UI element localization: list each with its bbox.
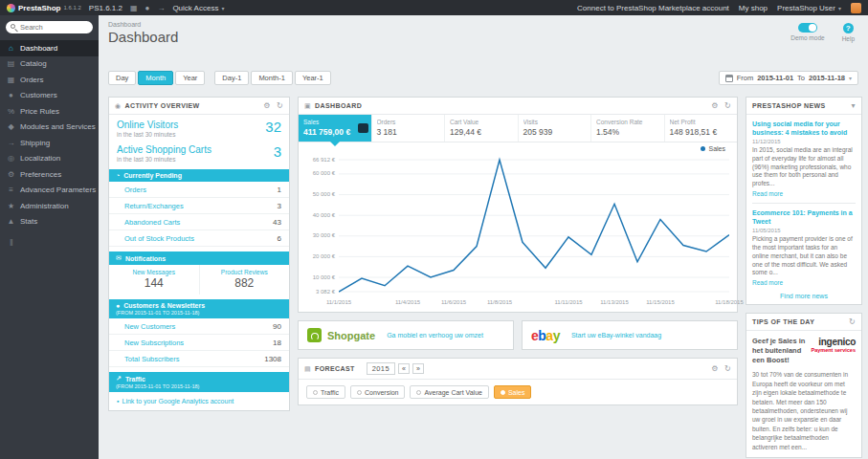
tips-text: 30 tot 70% van de consumenten in Europa …	[752, 370, 856, 451]
legend-label: Sales	[508, 389, 525, 396]
settings-icon[interactable]: ⚙	[711, 101, 719, 110]
metric-orders[interactable]: Orders 3 181	[372, 115, 446, 142]
metric-label: Conversion Rate	[596, 119, 659, 125]
pending-row[interactable]: Abandoned Carts43	[109, 214, 289, 230]
shopgate-promo[interactable]: Shopgate Ga mobiel en verhoog uw omzet	[298, 320, 514, 350]
settings-icon[interactable]: ⚙	[263, 101, 271, 110]
refresh-icon[interactable]: ↻	[724, 101, 731, 110]
date-range-picker[interactable]: From 2015-11-01 To 2015-11-18 ▾	[719, 71, 858, 85]
quick-access-menu[interactable]: Quick Access ▾	[172, 4, 224, 12]
my-shop-link[interactable]: My shop	[739, 4, 768, 12]
help-icon[interactable]: ?	[843, 23, 854, 33]
metric-net-profit[interactable]: Net Profit 148 918,51 €	[665, 115, 738, 142]
read-more-link[interactable]: Read more	[752, 279, 783, 286]
refresh-icon[interactable]: ↻	[724, 364, 731, 373]
localization-icon: ◎	[7, 154, 15, 163]
delivery-quick-icon[interactable]: →	[157, 4, 165, 12]
search-input[interactable]	[6, 21, 93, 33]
find-more-news-link[interactable]: Find more news	[752, 293, 856, 299]
sidebar-item-customers[interactable]: ●Customers	[0, 88, 99, 104]
sidebar-item-modules[interactable]: ◆Modules and Services	[0, 120, 99, 136]
price-rules-icon: %	[7, 107, 15, 116]
sidebar-item-administration[interactable]: ★Administration	[0, 198, 99, 214]
sidebar-item-stats[interactable]: ▲Stats	[0, 214, 99, 230]
y-axis-tick-label: 10 000 €	[313, 274, 335, 280]
customers-row[interactable]: New Subscriptions18	[109, 335, 289, 351]
section-title: Customers & Newsletters	[123, 302, 205, 309]
google-analytics-link[interactable]: ▪Link to your Google Analytics account	[109, 392, 289, 410]
legend-label: Sales	[708, 145, 725, 152]
metric-sales[interactable]: Sales 411 759,00 €	[299, 115, 372, 142]
customers-quick-icon[interactable]: ●	[145, 4, 150, 12]
advanced-parameters-icon: ≡	[7, 186, 15, 194]
news-panel-header: PRESTASHOP NEWS ▾	[746, 98, 861, 115]
ebay-promo[interactable]: ebay Start uw eBay-winkel vandaag	[522, 320, 738, 350]
collapse-icon[interactable]: ▾	[852, 101, 856, 110]
sidebar-item-catalog[interactable]: ▤Catalog	[0, 56, 99, 73]
customers-row[interactable]: New Customers90	[109, 318, 289, 335]
filter-month-button[interactable]: Month	[138, 71, 173, 85]
shop-name-link[interactable]: PS1.6.1.2	[89, 4, 122, 12]
new-messages-cell[interactable]: New Messages 144	[109, 265, 200, 295]
customers-newsletters-header: ●Customers & Newsletters (FROM 2015-11-0…	[109, 299, 289, 318]
sidebar-collapse-toggle[interactable]: ‖	[10, 238, 99, 248]
shopgate-link[interactable]: Ga mobiel en verhoog uw omzet	[387, 332, 483, 339]
chart-legend-sales[interactable]: Sales	[701, 145, 725, 152]
row-value: 1308	[264, 355, 281, 363]
row-value: 1	[278, 186, 281, 194]
sidebar-item-orders[interactable]: ▦Orders	[0, 72, 99, 88]
dashboard-panel-header: ▣ DASHBOARD ⚙ ↻	[299, 98, 737, 115]
ingenico-logo: ingenico Payment services	[812, 337, 856, 364]
product-reviews-cell[interactable]: Product Reviews 882	[200, 265, 290, 295]
sidebar-item-shipping[interactable]: →Shipping	[0, 135, 99, 151]
forecast-legend-traffic[interactable]: Traffic	[306, 385, 345, 399]
metric-value: 205 939	[523, 127, 587, 137]
sidebar-item-advanced-parameters[interactable]: ≡Advanced Parameters	[0, 183, 99, 199]
forecast-year-next[interactable]: »	[412, 363, 424, 374]
cart-icon[interactable]: ▦	[130, 4, 138, 12]
user-menu[interactable]: PrestaShop User ▾	[777, 4, 841, 12]
refresh-icon[interactable]: ↻	[849, 317, 856, 326]
pending-row[interactable]: Return/Exchanges3	[109, 198, 289, 214]
forecast-legend-conversion[interactable]: Conversion	[350, 385, 405, 399]
metric-cart-value[interactable]: Cart Value 129,44 €	[445, 115, 519, 142]
envelope-icon: ✉	[116, 254, 122, 262]
customers-row[interactable]: Total Subscribers1308	[109, 351, 289, 367]
online-visitors-stat[interactable]: Online Visitors 32 in the last 30 minute…	[109, 115, 289, 140]
metric-conversion-rate[interactable]: Conversion Rate 1.54%	[591, 115, 665, 142]
ebay-link[interactable]: Start uw eBay-winkel vandaag	[571, 332, 661, 339]
y-axis-tick-label: 30 000 €	[313, 232, 335, 238]
row-label: Return/Exchanges	[124, 202, 184, 210]
x-axis-tick-label: 11/13/2015	[600, 299, 629, 305]
forecast-legend-sales[interactable]: Sales	[494, 385, 532, 399]
sidebar-menu: ⌂Dashboard ▤Catalog ▦Orders ●Customers %…	[0, 40, 99, 230]
active-carts-stat[interactable]: Active Shopping Carts 3 in the last 30 m…	[109, 140, 289, 164]
filter-day-button[interactable]: Day	[108, 71, 136, 85]
forecast-year[interactable]: 2015	[367, 362, 395, 375]
pending-row[interactable]: Orders1	[109, 182, 289, 198]
read-more-link[interactable]: Read more	[752, 190, 783, 197]
news-article-title-link[interactable]: Ecommerce 101: Payments in a Tweet	[752, 208, 856, 226]
filter-year-1-button[interactable]: Year-1	[295, 71, 331, 85]
demo-mode-toggle[interactable]	[798, 23, 817, 33]
news-article-title-link[interactable]: Using social media for your business: 4 …	[752, 120, 856, 137]
avatar[interactable]	[851, 3, 861, 13]
sidebar-item-price-rules[interactable]: %Price Rules	[0, 103, 99, 120]
pending-row[interactable]: Out of Stock Products6	[109, 230, 289, 247]
forecast-year-prev[interactable]: «	[398, 363, 410, 374]
forecast-legend-average-cart-value[interactable]: Average Cart Value	[410, 385, 488, 399]
settings-icon[interactable]: ⚙	[711, 364, 719, 373]
metric-visits[interactable]: Visits 205 939	[519, 115, 592, 142]
module-promos: Shopgate Ga mobiel en verhoog uw omzet e…	[298, 320, 738, 350]
refresh-icon[interactable]: ↻	[277, 101, 283, 110]
sidebar-item-localization[interactable]: ◎Localization	[0, 151, 99, 167]
marketplace-link[interactable]: Connect to PrestaShop Marketplace accoun…	[577, 4, 729, 12]
stats-icon: ▲	[7, 217, 15, 226]
sidebar-item-dashboard[interactable]: ⌂Dashboard	[0, 40, 99, 56]
filter-day-1-button[interactable]: Day-1	[214, 71, 249, 85]
filter-year-button[interactable]: Year	[175, 71, 205, 85]
calendar-icon	[725, 75, 733, 82]
sidebar-item-preferences[interactable]: ⚙Preferences	[0, 166, 99, 183]
filter-month-1-button[interactable]: Month-1	[251, 71, 293, 85]
prestashop-logo[interactable]: PrestaShop 1.6.1.2	[7, 4, 81, 12]
